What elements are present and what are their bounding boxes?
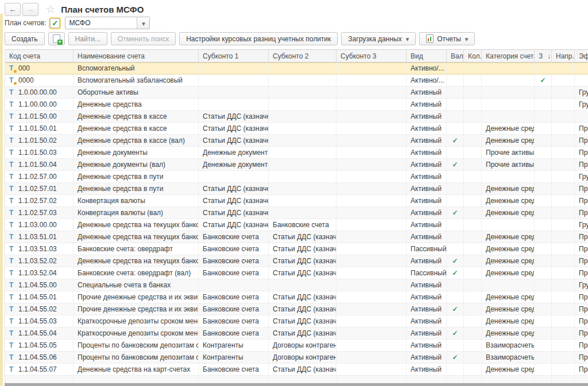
column-header-sub1[interactable]: Субконто 1 [199,50,269,62]
cell-kol [464,243,482,255]
cell-kind: Активный [407,207,447,219]
cell-napr [552,243,575,255]
account-row[interactable]: Т1.1.04.55.04Краткосрочные депозиты срок… [5,327,588,340]
report-icon [426,34,434,43]
column-header-kol[interactable]: Кол. [464,50,482,62]
cell-sub2: Договоры контрагентов [269,352,336,363]
account-row[interactable]: Т1.1.03.52.04Банковские счета: овердрафт… [5,267,588,279]
account-icon: Т [9,233,14,240]
account-row[interactable]: Т0000Вспомогательный забалансовыйАктивно… [5,75,588,87]
cell-napr [552,87,575,98]
column-header-category[interactable]: Категория счета [482,50,535,62]
cell-name: Денежные средства [74,99,199,110]
account-row[interactable]: Т1.1.04.55.06Проценты по банковским депо… [5,352,588,364]
account-row[interactable]: Т1.1.01.50.02Денежные средства в кассе (… [5,135,588,147]
reports-button[interactable]: Отчеты [419,32,475,45]
column-header-name[interactable]: Наименование счета [74,50,199,62]
cell-sub1: Контрагенты [199,352,269,363]
cell-zab [535,159,552,170]
horizontal-scrollbar[interactable] [5,383,588,386]
column-header-sub3[interactable]: Субконто 3 [336,50,407,62]
cell-val [447,352,464,363]
cell-napr [552,63,575,74]
cell-code: Т1.1.01.50.00 [5,111,74,122]
cell-sub3 [336,255,407,267]
column-header-val[interactable]: Вал. [447,50,464,62]
cell-sub2: Статьи ДДС (казначей... [269,303,336,315]
cell-kind: Активный [407,195,447,206]
plan-filter-checkbox[interactable] [50,18,60,28]
favorite-star-icon[interactable]: ☆ [46,4,55,14]
column-header-napr[interactable]: Напр. [552,50,575,62]
cell-kol [464,123,482,134]
account-row[interactable]: Т1.1.03.51.03Банковские счета: овердрафт… [5,243,588,255]
cell-kol [464,75,482,86]
cell-sub1: Статьи ДДС (казначей... [199,195,269,206]
cell-sub2 [269,183,336,194]
account-row[interactable]: Т1.1.04.55.03Краткосрочные депозиты срок… [5,315,588,327]
account-row[interactable]: Т1.1.02.57.01Денежные средства в путиСта… [5,183,588,195]
cell-sub3 [336,303,407,315]
account-row[interactable]: Т1.1.02.57.00Денежные средства в путиАкт… [5,171,588,183]
account-row[interactable]: Т1.1.03.00.00Денежные средства на текущи… [5,219,588,231]
account-row[interactable]: Т1.1.04.55.02Прочие денежные средства и … [5,303,588,315]
cell-napr [552,255,575,267]
forward-button[interactable]: → [22,3,38,16]
cell-kind: Активный [407,364,447,375]
account-row[interactable]: Т1.1.02.57.03Конвертация валюты (вал)Ста… [5,207,588,219]
load-data-button[interactable]: Загрузка данных [341,32,416,45]
fx-settings-button[interactable]: Настройки курсовых разниц учетных полити… [179,32,338,45]
account-row[interactable]: Т1.0.00.00.00Оборотные активыАктивныйГру [5,87,588,99]
cell-name: Банковские счета: овердрафт [74,243,199,255]
cell-kol [464,183,482,194]
cell-category: Денежные сред... [482,303,535,315]
cell-eff: Про [575,183,588,194]
cell-zab [535,267,552,279]
column-header-sub2[interactable]: Субконто 2 [269,50,336,62]
create-copy-button[interactable] [48,32,65,45]
cell-sub3 [336,171,407,182]
back-button[interactable]: ← [5,3,21,16]
account-row[interactable]: Т1.1.03.52.02Денежные средства на текущи… [5,255,588,267]
plan-combobox-dropdown-button[interactable] [137,17,149,29]
copy-document-icon [53,34,60,43]
column-header-kind[interactable]: Вид [407,50,447,62]
cell-sub1 [199,87,269,98]
account-row[interactable]: Т1.1.04.55.07Денежные средства на карт-с… [5,364,588,376]
account-row[interactable]: Т1.1.03.51.01Денежные средства на текущи… [5,231,588,243]
account-row[interactable]: Т000ВспомогательныйАктивно/... [5,63,588,75]
cell-sub3 [336,135,407,146]
title-bar: ← → ☆ План счетов МСФО [5,2,144,16]
cell-code: Т000 [5,63,74,74]
account-row[interactable]: Т1.1.00.00.00Денежные средстваАктивныйГр… [5,99,588,111]
cell-zab [535,243,552,255]
account-row[interactable]: Т1.1.02.57.02Конвертация валютыСтатьи ДД… [5,195,588,207]
account-icon: Т [9,221,14,228]
cell-name: Вспомогательный [74,63,199,74]
account-row[interactable]: Т1.1.01.50.04Денежные документы (вал)Ден… [5,159,588,171]
column-header-eff[interactable]: Эф [575,50,588,62]
cell-name: Прочие денежные средства и их эквивален.… [74,303,199,315]
create-button[interactable]: Создать [5,32,45,45]
cell-val [447,207,464,219]
account-row[interactable]: Т1.1.01.50.03Денежные документыДенежные … [5,147,588,159]
app-window: ← → ☆ План счетов МСФО План счетов: МСФО… [0,0,588,386]
cell-code: Т1.1.00.00.00 [5,99,74,110]
cell-eff: Про [575,231,588,243]
cell-val [447,111,464,122]
plan-combobox-value[interactable]: МСФО [65,17,137,29]
plan-combobox[interactable]: МСФО [65,17,150,29]
column-header-zab[interactable]: З↓ [535,50,552,62]
find-button[interactable]: Найти... [68,32,107,45]
account-row[interactable]: Т1.1.01.50.01Денежные средства в кассеСт… [5,123,588,135]
cell-name: Банковские счета: овердрафт (вал) [74,267,199,279]
account-row[interactable]: Т1.1.04.55.05Проценты по банковским депо… [5,340,588,352]
cell-sub3 [336,195,407,206]
cell-sub2 [269,147,336,158]
account-row[interactable]: Т1.1.01.50.00Денежные средства в кассеСт… [5,111,588,123]
account-row[interactable]: Т1.1.04.55.00Специальные счета в банкахА… [5,279,588,291]
cell-category: Денежные сред... [482,123,535,134]
cell-code: Т1.1.02.57.03 [5,207,74,219]
account-row[interactable]: Т1.1.04.55.01Прочие денежные средства и … [5,291,588,303]
column-header-code[interactable]: Код счета [5,50,74,62]
